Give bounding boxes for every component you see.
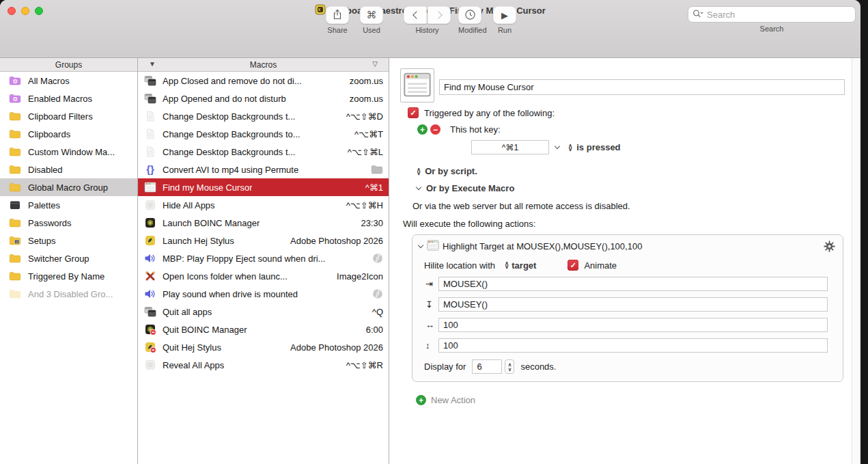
- macro-row[interactable]: Launch Hej StylusAdobe Photoshop 2026: [138, 232, 389, 249]
- sidebar-item-disabled[interactable]: Disabled: [0, 161, 137, 178]
- macro-row[interactable]: Hide All Apps^⌥⇧⌘H: [138, 196, 389, 214]
- doc-faded-icon: [143, 128, 157, 140]
- sidebar-item-clipboard-filters[interactable]: Clipboard Filters: [0, 107, 137, 125]
- macro-row[interactable]: Change Desktop Backgrounds t...^⌥⇧⌘L: [138, 143, 389, 161]
- triggered-checkbox[interactable]: ✓: [408, 107, 419, 118]
- add-trigger-button[interactable]: +: [417, 124, 428, 135]
- or-by-script-label[interactable]: Or by script.: [425, 166, 477, 176]
- modified-label: Modified: [458, 26, 487, 34]
- macro-row[interactable]: App Closed and remove do not di...zoom.u…: [138, 72, 389, 90]
- macro-row[interactable]: Change Desktop Backgrounds t...^⌥⇧⌘D: [138, 107, 389, 125]
- sort-indicator-icon[interactable]: ▽: [372, 60, 378, 68]
- sidebar-item-switcher-group[interactable]: Switcher Group: [0, 249, 137, 267]
- seconds-label: seconds.: [520, 361, 556, 372]
- gear-icon[interactable]: [823, 240, 836, 253]
- sidebar-item-global-macro-group[interactable]: Global Macro Group: [0, 178, 137, 196]
- sidebar-item-and-3-disabled-gro[interactable]: And 3 Disabled Gro...: [0, 285, 137, 303]
- group-label: Global Macro Group: [28, 182, 108, 193]
- macro-row[interactable]: MBP: Play Floppy Eject sound when dri...: [138, 249, 389, 267]
- macro-label: Quit all apps: [163, 307, 212, 317]
- macro-row[interactable]: Reveal All Apps^⌥⇧⌘R: [138, 356, 389, 374]
- macro-label: Launch BOINC Manager: [163, 218, 260, 228]
- macro-row[interactable]: {}Convert AVI to mp4 using Permute: [138, 161, 389, 178]
- height-field[interactable]: [438, 338, 828, 353]
- smart-folder-icon: [8, 74, 22, 87]
- remove-trigger-button[interactable]: −: [430, 124, 440, 135]
- or-by-execute-label[interactable]: Or by Execute Macro: [426, 183, 514, 193]
- run-button-group: ▶ Run: [493, 6, 516, 34]
- macro-name-input[interactable]: [439, 79, 845, 95]
- folder-icon: [8, 163, 22, 176]
- history-forward-button[interactable]: [428, 6, 451, 24]
- hotkey-field[interactable]: ^⌘1: [471, 140, 549, 154]
- width-field-row: ↔: [425, 318, 828, 332]
- used-label: Used: [360, 26, 383, 34]
- macro-shortcut: Image2Icon: [333, 271, 383, 282]
- sidebar-item-clipboards[interactable]: Clipboards: [0, 125, 137, 143]
- updown-popup-icon[interactable]: ∧∨: [568, 144, 572, 151]
- display-for-input[interactable]: [472, 359, 502, 374]
- disclosure-chevron-icon[interactable]: [416, 185, 421, 190]
- group-label: Triggered By Name: [28, 271, 104, 282]
- new-action-button[interactable]: + New Action: [416, 395, 852, 405]
- width-field[interactable]: [438, 318, 828, 332]
- close-button[interactable]: [8, 7, 16, 15]
- sidebar-item-setups[interactable]: Setups: [0, 232, 137, 249]
- macro-shortcut: ^⌥⌘T: [350, 129, 383, 139]
- sidebar-item-passwords[interactable]: Passwords: [0, 214, 137, 232]
- hotkey-label: This hot key:: [450, 124, 501, 135]
- sidebar-item-enabled-macros[interactable]: Enabled Macros: [0, 90, 137, 107]
- macro-row[interactable]: Play sound when drive is mounted: [138, 285, 389, 303]
- hilite-popup[interactable]: ∧∨ target: [505, 260, 536, 271]
- macros-header[interactable]: ▼ Macros ▽: [138, 58, 389, 72]
- stepper-control[interactable]: ∧∨: [505, 359, 514, 374]
- sort-descending-icon[interactable]: ▼: [149, 60, 156, 68]
- macro-label: Reveal All Apps: [163, 360, 224, 370]
- macro-row[interactable]: Quit Hej StylusAdobe Photoshop 2026: [138, 338, 389, 356]
- action-fields: ⇥↧↔↕: [412, 277, 843, 353]
- macro-shortcut: ^⌥⇧⌘L: [344, 147, 383, 157]
- highlight-action-card[interactable]: Highlight Target at MOUSEX(),MOUSEY(),10…: [412, 234, 843, 382]
- group-label: Palettes: [28, 200, 60, 210]
- chevron-right-icon: [434, 11, 442, 18]
- x-coordinate-field[interactable]: [438, 277, 828, 291]
- macro-row[interactable]: Find my Mouse Cursor^⌘1: [138, 178, 389, 196]
- sidebar-item-custom-window-ma[interactable]: Custom Window Ma...: [0, 143, 137, 161]
- modified-button[interactable]: [458, 6, 481, 24]
- used-button[interactable]: ⌘: [360, 6, 383, 24]
- macro-shortcut: ^Q: [368, 307, 383, 317]
- app-faded-icon: [143, 359, 157, 371]
- animate-checkbox[interactable]: ✓: [568, 260, 578, 271]
- macro-row[interactable]: Change Desktop Backgrounds to...^⌥⌘T: [138, 125, 389, 143]
- zoom-button[interactable]: [35, 7, 43, 15]
- groups-header[interactable]: Groups: [0, 58, 137, 72]
- play-icon: ▶: [501, 10, 508, 21]
- search-field[interactable]: [688, 6, 856, 23]
- macro-row[interactable]: Open Icons folder when launc...Image2Ico…: [138, 267, 389, 285]
- minimize-button[interactable]: [21, 7, 29, 15]
- is-pressed-popup[interactable]: is pressed: [576, 142, 620, 152]
- doc-faded-icon: [143, 110, 157, 122]
- scrollbar-track[interactable]: [852, 58, 860, 464]
- history-label: History: [404, 26, 451, 34]
- sidebar-item-all-macros[interactable]: All Macros: [0, 72, 137, 90]
- macro-row[interactable]: Quit BOINC Manager6:00: [138, 320, 389, 338]
- run-button[interactable]: ▶: [493, 6, 516, 24]
- macro-row[interactable]: Launch BOINC Manager23:30: [138, 214, 389, 232]
- sidebar-item-triggered-by-name[interactable]: Triggered By Name: [0, 267, 137, 285]
- macro-row[interactable]: Quit all apps^Q: [138, 303, 389, 320]
- chevron-down-icon[interactable]: [555, 144, 560, 149]
- macro-shortcut: zoom.us: [346, 76, 383, 86]
- hilite-label: Hilite location with: [424, 260, 495, 271]
- share-button[interactable]: [326, 6, 349, 24]
- updown-popup-icon[interactable]: ∧∨: [417, 168, 421, 175]
- y-coordinate-field[interactable]: [438, 297, 828, 312]
- action-disclosure-icon[interactable]: [418, 243, 423, 248]
- macro-label: Hide All Apps: [163, 200, 215, 210]
- macro-row[interactable]: App Opened and do not disturbzoom.us: [138, 90, 389, 107]
- sidebar-item-palettes[interactable]: Palettes: [0, 196, 137, 214]
- history-back-button[interactable]: [404, 6, 427, 24]
- macro-icon-well[interactable]: [400, 68, 434, 103]
- height-field-row: ↕: [425, 338, 828, 353]
- search-input[interactable]: [707, 10, 851, 20]
